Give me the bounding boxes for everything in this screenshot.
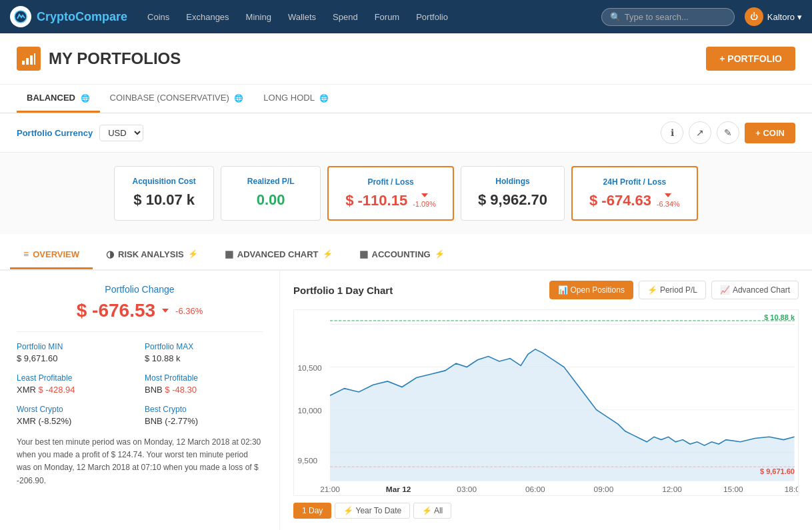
portfolio-max-value: $ 10.88 k xyxy=(145,353,263,363)
least-profitable-label: Least Profitable xyxy=(17,373,135,383)
advanced-chart-button[interactable]: 📈 Advanced Chart xyxy=(711,281,799,299)
profit-loss-value: $ -110.15 xyxy=(345,192,407,209)
tab-coinbase[interactable]: COINBASE (CONSERVATIVE) 🌐 xyxy=(100,85,254,113)
nav-mining[interactable]: Mining xyxy=(239,9,278,25)
user-avatar: ⏻ xyxy=(745,7,763,26)
change-pct: -6.36% xyxy=(175,306,203,316)
logo-text: CryptoCompare xyxy=(37,10,127,24)
period-buttons: 1 Day ⚡ Year To Date ⚡ All xyxy=(293,503,799,519)
svg-text:06:00: 06:00 xyxy=(525,485,545,494)
svg-text:15:00: 15:00 xyxy=(723,485,743,494)
nav-forum[interactable]: Forum xyxy=(368,9,407,25)
chart-svg: 10,500 10,000 9,500 21:00 Mar 12 03:00 0… xyxy=(294,310,798,495)
acquisition-value: $ 10.07 k xyxy=(131,191,197,209)
svg-text:03:00: 03:00 xyxy=(457,485,477,494)
advanced-chart-icon: 📈 xyxy=(720,285,730,295)
tab-risk-analysis[interactable]: ◑ RISK ANALYSIS ⚡ xyxy=(93,241,211,269)
tab-balanced[interactable]: BALANCED 🌐 xyxy=(17,85,100,113)
worst-crypto: Worst Crypto XMR (-8.52%) xyxy=(17,405,135,426)
globe-icon-longhodl: 🌐 xyxy=(319,94,329,102)
search-input[interactable] xyxy=(625,12,726,22)
tab-accounting[interactable]: ▦ ACCOUNTING ⚡ xyxy=(346,241,458,269)
period-all[interactable]: ⚡ All xyxy=(413,503,451,519)
best-crypto-value: BNB (-2.77%) xyxy=(145,416,263,426)
portfolio-tabs: BALANCED 🌐 COINBASE (CONSERVATIVE) 🌐 LON… xyxy=(0,85,812,113)
overview-label: OVERVIEW xyxy=(33,249,79,259)
chart-title: Portfolio 1 Day Chart xyxy=(293,285,393,296)
chart-actions: 📊 Open Positions ⚡ Period P/L 📈 Advanced… xyxy=(549,281,799,299)
nav-portfolio[interactable]: Portfolio xyxy=(409,9,455,25)
portfolio-min: Portfolio MIN $ 9,671.60 xyxy=(17,342,135,363)
nav-exchanges[interactable]: Exchanges xyxy=(179,9,235,25)
acquisition-label: Acquisition Cost xyxy=(131,177,197,186)
nav-coins[interactable]: Coins xyxy=(141,9,176,25)
stat-acquisition: Acquisition Cost $ 10.07 k xyxy=(114,166,214,221)
period-ytd[interactable]: ⚡ Year To Date xyxy=(335,503,410,519)
most-profitable-label: Most Profitable xyxy=(145,373,263,383)
currency-select[interactable]: USD EUR BTC xyxy=(99,125,143,141)
nav-spend[interactable]: Spend xyxy=(326,9,365,25)
tab-longhodl[interactable]: LONG HODL 🌐 xyxy=(253,85,339,113)
tab-overview[interactable]: ≡ OVERVIEW xyxy=(10,241,93,269)
right-panel: Portfolio 1 Day Chart 📊 Open Positions ⚡… xyxy=(280,271,812,530)
chart-label: ADVANCED CHART xyxy=(237,249,319,259)
svg-text:Mar 12: Mar 12 xyxy=(386,485,411,494)
change-value-wrap: $ -676.53 -6.36% xyxy=(17,300,263,321)
least-profitable-value: $ -428.94 xyxy=(39,385,75,395)
user-menu[interactable]: ⏻ Kaltoro ▾ xyxy=(745,7,802,26)
svg-text:12:00: 12:00 xyxy=(662,485,682,494)
period-all-lightning: ⚡ xyxy=(422,506,432,515)
period-1day[interactable]: 1 Day xyxy=(293,503,331,519)
tab-advanced-chart[interactable]: ▦ ADVANCED CHART ⚡ xyxy=(211,241,346,269)
chart-container: $ 10.88 k $ 9,671.60 10,500 10,000 9,500 xyxy=(293,309,799,496)
chart-min-label: $ 9,671.60 xyxy=(760,467,795,475)
portfolio-max-label: Portfolio MAX xyxy=(145,342,263,351)
open-positions-button[interactable]: 📊 Open Positions xyxy=(549,281,633,299)
worst-crypto-value: XMR (-8.52%) xyxy=(17,416,135,426)
portfolio-icon xyxy=(17,47,41,71)
stat-profit-loss: Profit / Loss $ -110.15 -1.09% xyxy=(327,166,454,221)
profit-down-arrow xyxy=(421,193,428,197)
search-bar[interactable]: 🔍 xyxy=(601,8,735,26)
most-profitable-value: $ -48.30 xyxy=(165,385,197,395)
edit-button[interactable]: ✎ xyxy=(717,121,739,144)
accounting-icon: ▦ xyxy=(359,249,368,259)
svg-text:10,500: 10,500 xyxy=(297,363,322,373)
globe-icon-balanced: 🌐 xyxy=(81,94,90,102)
logo[interactable]: CryptoCompare xyxy=(10,6,127,27)
most-profitable: Most Profitable BNB $ -48.30 xyxy=(145,373,263,395)
user-dropdown-icon: ▾ xyxy=(797,12,802,22)
share-button[interactable]: ↗ xyxy=(689,121,711,144)
24h-down-arrow xyxy=(665,193,671,197)
chart-max-label: $ 10.88 k xyxy=(764,313,795,321)
title-wrap: MY PORTFOLIOS xyxy=(17,47,181,71)
globe-icon-coinbase: 🌐 xyxy=(234,94,243,102)
add-coin-button[interactable]: + COIN xyxy=(745,123,795,143)
best-crypto: Best Crypto BNB (-2.77%) xyxy=(145,405,263,426)
period-pl-button[interactable]: ⚡ Period P/L xyxy=(639,281,706,299)
svg-text:9,500: 9,500 xyxy=(297,456,317,465)
chart-icon-open: 📊 xyxy=(558,285,568,295)
stats-row: Acquisition Cost $ 10.07 k Realized P/L … xyxy=(0,153,812,234)
change-down-arrow xyxy=(162,309,169,313)
chart-lightning-icon: ⚡ xyxy=(323,249,333,259)
risk-lightning-icon: ⚡ xyxy=(188,249,198,259)
holdings-value: $ 9,962.70 xyxy=(478,191,547,209)
info-button[interactable]: ℹ xyxy=(661,121,683,144)
stat-realized: Realized P/L 0.00 xyxy=(221,166,321,221)
add-portfolio-button[interactable]: + PORTFOLIO xyxy=(706,47,795,71)
page-title: MY PORTFOLIOS xyxy=(49,49,181,68)
change-amount: $ -676.53 xyxy=(77,300,155,321)
divider xyxy=(17,331,263,332)
best-crypto-label: Best Crypto xyxy=(145,405,263,414)
portfolio-max: Portfolio MAX $ 10.88 k xyxy=(145,342,263,363)
change-title: Portfolio Change xyxy=(17,284,263,295)
main-content: MY PORTFOLIOS + PORTFOLIO BALANCED 🌐 COI… xyxy=(0,33,812,530)
svg-rect-2 xyxy=(22,61,25,65)
svg-text:09:00: 09:00 xyxy=(594,485,614,494)
svg-text:10,000: 10,000 xyxy=(297,406,322,415)
nav-wallets[interactable]: Wallets xyxy=(281,9,323,25)
currency-label: Portfolio Currency xyxy=(17,128,93,138)
realized-label: Realized P/L xyxy=(238,177,303,186)
svg-rect-4 xyxy=(30,55,33,65)
